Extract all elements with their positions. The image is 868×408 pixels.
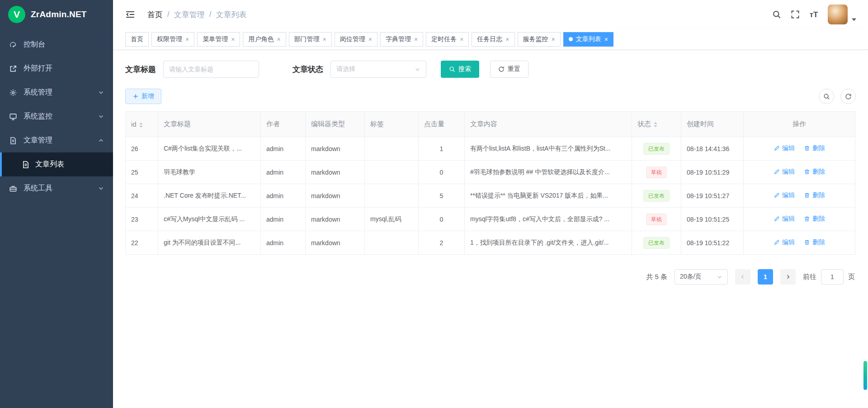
avatar[interactable]	[828, 5, 848, 24]
cell-editor: markdown	[306, 161, 365, 184]
tab-label: 服务监控	[523, 35, 548, 43]
cell-author: admin	[261, 137, 306, 161]
column-header-time: 创建时间	[681, 112, 744, 137]
delete-button[interactable]: 删除	[804, 238, 825, 247]
next-page-button[interactable]	[780, 269, 796, 285]
edit-icon	[774, 216, 780, 222]
column-header-status[interactable]: 状态	[632, 112, 681, 137]
goto-unit: 页	[848, 273, 855, 281]
sidebar-item-system-tools[interactable]: 系统工具	[0, 176, 113, 200]
page-number-button[interactable]: 1	[758, 269, 773, 285]
external-link-icon	[9, 65, 17, 73]
goto-label: 前往	[803, 273, 816, 281]
scrollbar-thumb[interactable]	[863, 361, 867, 390]
tab-10[interactable]: 文章列表×	[563, 32, 613, 47]
delete-button[interactable]: 删除	[804, 215, 825, 223]
sidebar-item-article-admin[interactable]: 文章管理	[0, 128, 113, 152]
table-row: 26C#两个list集合实现关联，...adminmarkdown1有两个lis…	[126, 137, 855, 161]
delete-button[interactable]: 删除	[804, 144, 825, 152]
tab-0[interactable]: 首页	[125, 32, 149, 47]
column-header-editor: 编辑器类型	[306, 112, 365, 137]
search-icon[interactable]	[772, 10, 781, 19]
add-button[interactable]: 新增	[125, 89, 161, 104]
column-header-id[interactable]: id	[126, 112, 158, 137]
font-size-icon[interactable]: тT	[809, 10, 818, 19]
tab-close-icon[interactable]: ×	[231, 36, 235, 43]
column-header-title: 文章标题	[158, 112, 261, 137]
sidebar-item-dashboard[interactable]: 控制台	[0, 33, 113, 57]
delete-icon	[804, 216, 810, 222]
article-status-select[interactable]: 请选择	[330, 61, 426, 78]
breadcrumb-item-article-list[interactable]: 文章列表	[216, 9, 246, 20]
edit-icon	[774, 192, 780, 199]
tab-close-icon[interactable]: ×	[460, 36, 463, 43]
reset-button[interactable]: 重置	[490, 61, 528, 78]
sidebar-item-system-admin[interactable]: 系统管理	[0, 81, 113, 104]
chevron-right-icon	[785, 274, 791, 280]
sidebar-item-external-open[interactable]: 外部打开	[0, 57, 113, 81]
cell-content: #羽毛球拍参数说明 ## 中管软硬选择以及长度介...	[465, 161, 632, 184]
tab-bar: 首页权限管理×菜单管理×用户角色×部门管理×岗位管理×字典管理×定时任务×任务日…	[113, 29, 868, 50]
tab-6[interactable]: 字典管理×	[380, 32, 423, 47]
table-toolbar: 新增	[125, 89, 856, 104]
tab-1[interactable]: 权限管理×	[151, 32, 194, 47]
tab-2[interactable]: 菜单管理×	[197, 32, 240, 47]
cell-tag	[365, 137, 419, 161]
tab-close-icon[interactable]: ×	[505, 36, 509, 43]
tab-5[interactable]: 岗位管理×	[335, 32, 377, 47]
tab-close-icon[interactable]: ×	[552, 36, 555, 43]
sidebar-subitem-article-list[interactable]: 文章列表	[0, 152, 113, 176]
edit-button[interactable]: 编辑	[774, 191, 795, 199]
sidebar-item-system-monitor[interactable]: 系统监控	[0, 104, 113, 128]
cell-clicks: 2	[419, 231, 465, 255]
cell-tag: mysql,乱码	[365, 208, 419, 231]
tab-3[interactable]: 用户角色×	[243, 32, 286, 47]
tab-close-icon[interactable]: ×	[277, 36, 280, 43]
delete-button[interactable]: 删除	[804, 168, 825, 176]
edit-button[interactable]: 编辑	[774, 144, 795, 152]
cell-author: admin	[261, 161, 306, 184]
breadcrumb-item-home[interactable]: 首页	[147, 9, 163, 20]
cell-time: 08-18 14:41:36	[681, 137, 744, 161]
caret-down-icon[interactable]	[852, 18, 856, 21]
tab-close-icon[interactable]: ×	[414, 36, 418, 43]
tab-4[interactable]: 部门管理×	[289, 32, 332, 47]
edit-button[interactable]: 编辑	[774, 215, 795, 223]
search-button[interactable]: 搜索	[441, 61, 479, 78]
table-search-toggle-button[interactable]	[819, 89, 834, 104]
article-title-label: 文章标题	[125, 64, 156, 75]
tab-close-icon[interactable]: ×	[323, 36, 326, 43]
fullscreen-icon[interactable]	[791, 10, 800, 19]
cell-actions: 编辑删除	[744, 231, 855, 255]
cell-time: 08-19 10:51:25	[681, 208, 744, 231]
edit-button[interactable]: 编辑	[774, 168, 795, 176]
cell-status: 草稿	[632, 208, 681, 231]
article-title-input[interactable]	[163, 61, 259, 78]
cell-title: C#两个list集合实现关联，...	[158, 137, 261, 161]
goto-page-input[interactable]	[821, 269, 844, 285]
delete-button[interactable]: 删除	[804, 191, 825, 199]
tab-8[interactable]: 任务日志×	[472, 32, 514, 47]
sidebar-menu: 控制台外部打开系统管理系统监控文章管理文章列表系统工具	[0, 29, 113, 408]
monitor-icon	[9, 113, 17, 121]
prev-page-button[interactable]	[735, 269, 750, 285]
tab-9[interactable]: 服务监控×	[518, 32, 561, 47]
cell-actions: 编辑删除	[744, 184, 855, 208]
document-icon	[22, 161, 30, 169]
tab-close-icon[interactable]: ×	[185, 36, 189, 43]
tab-7[interactable]: 定时任务×	[426, 32, 469, 47]
tab-close-icon[interactable]: ×	[368, 36, 372, 43]
delete-icon	[804, 192, 810, 199]
table-refresh-button[interactable]	[840, 89, 856, 104]
sort-icon[interactable]	[139, 123, 143, 128]
breadcrumb-item-article-admin[interactable]: 文章管理	[174, 9, 205, 20]
sidebar-collapse-icon[interactable]	[125, 10, 136, 19]
sort-icon[interactable]	[654, 122, 657, 127]
page-size-select[interactable]: 20条/页	[675, 269, 728, 285]
search-icon	[823, 93, 830, 100]
goto-group: 前往 页	[803, 269, 855, 285]
column-header-tag: 标签	[365, 112, 419, 137]
edit-button[interactable]: 编辑	[774, 238, 795, 247]
tab-close-icon[interactable]: ×	[604, 36, 608, 43]
cell-clicks: 0	[419, 208, 465, 231]
